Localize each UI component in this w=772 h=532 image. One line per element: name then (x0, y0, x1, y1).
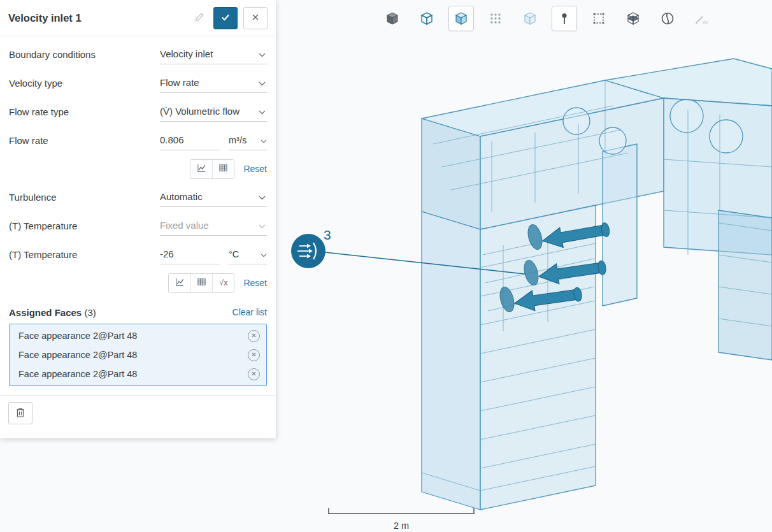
assigned-faces-count: (3) (84, 307, 96, 318)
flow-rate-type-select[interactable]: (V̇) Volumetric flow (160, 103, 267, 122)
assigned-faces-title: Assigned Faces (3) (9, 307, 232, 318)
table-input-button[interactable] (190, 274, 212, 292)
select-value: (V̇) Volumetric flow (160, 106, 239, 117)
annotation-count: 3 (324, 227, 331, 242)
select-value: Flow rate (160, 77, 199, 88)
flow-rate-unit-select[interactable]: m³/s (229, 132, 267, 150)
remove-face-button[interactable]: ✕ (248, 368, 260, 380)
assigned-faces-list: Face appearance 2@Part 48 ✕ Face appeara… (9, 324, 267, 386)
annotation-velocity-inlet[interactable]: 3 (291, 227, 331, 268)
field-row-temperature: (T) Temperature °C (9, 240, 267, 269)
field-row-turbulence: Turbulence Automatic (9, 183, 267, 212)
temperature-input[interactable] (160, 245, 220, 264)
trash-icon (15, 407, 25, 420)
field-label: (T) Temperature (9, 220, 160, 231)
field-row-flow-rate: Flow rate m³/s (9, 126, 267, 155)
chevron-down-icon (259, 191, 266, 202)
table-grid-icon (218, 163, 228, 175)
field-row-boundary-conditions: Boundary conditions Velocity inlet (9, 40, 267, 69)
field-label: Boundary conditions (9, 49, 160, 60)
box-select-icon[interactable] (586, 6, 611, 31)
field-label: Turbulence (9, 192, 160, 203)
pencil-icon (194, 11, 205, 24)
list-item[interactable]: Face appearance 2@Part 48 ✕ (10, 326, 266, 345)
line-chart-icon (197, 163, 206, 175)
chevron-down-icon (259, 220, 266, 231)
select-value: Fixed value (160, 220, 209, 231)
cancel-button[interactable] (243, 7, 268, 29)
svg-text:AI: AI (703, 19, 708, 25)
face-name: Face appearance 2@Part 48 (18, 331, 248, 341)
unit-value: °C (229, 249, 239, 259)
viewport-toolbar: AI (380, 6, 715, 31)
list-item[interactable]: Face appearance 2@Part 48 ✕ (10, 345, 266, 364)
ai-assistant-icon[interactable]: AI (689, 6, 715, 31)
flow-rate-input[interactable] (160, 131, 220, 150)
boundary-condition-panel: Velocity inlet 1 B (0, 0, 276, 438)
chart-input-button[interactable] (190, 160, 212, 178)
shaded-view-cube-icon[interactable] (448, 6, 474, 31)
assigned-faces-label: Assigned Faces (9, 307, 82, 318)
geometry-layers-icon[interactable] (620, 6, 646, 31)
chart-input-button[interactable] (169, 274, 190, 292)
circle-x-icon: ✕ (251, 371, 256, 377)
turbulence-select[interactable]: Automatic (160, 188, 267, 207)
face-name: Face appearance 2@Part 48 (18, 350, 248, 360)
field-label: Flow rate type (9, 106, 160, 117)
solid-view-cube-icon[interactable] (380, 6, 405, 31)
face-name: Face appearance 2@Part 48 (18, 369, 248, 379)
wireframe-view-cube-icon[interactable] (414, 6, 440, 31)
apply-button[interactable] (213, 7, 238, 29)
temperature-actions: √x Reset (9, 269, 267, 297)
temperature-reset-link[interactable]: Reset (243, 278, 267, 288)
close-icon (251, 13, 260, 24)
field-row-temperature-type: (T) Temperature Fixed value (9, 212, 267, 240)
list-item[interactable]: Face appearance 2@Part 48 ✕ (10, 364, 266, 384)
chevron-down-icon (261, 135, 267, 145)
field-row-flow-rate-type: Flow rate type (V̇) Volumetric flow (9, 97, 267, 126)
check-icon (220, 12, 231, 24)
chevron-down-icon (259, 106, 266, 117)
flow-rate-reset-link[interactable]: Reset (243, 164, 267, 174)
line-chart-icon (175, 277, 185, 289)
remove-face-button[interactable]: ✕ (248, 330, 260, 342)
field-label: (T) Temperature (9, 249, 160, 260)
table-grid-icon (197, 277, 206, 289)
delete-button[interactable] (8, 402, 32, 424)
probe-point-icon[interactable] (552, 6, 577, 31)
sqrt-icon: √x (219, 278, 227, 287)
assigned-faces-header: Assigned Faces (3) Clear list (9, 303, 267, 321)
field-label: Velocity type (9, 78, 160, 89)
select-value: Automatic (160, 191, 203, 202)
field-label: Flow rate (9, 135, 160, 146)
flow-rate-actions: Reset (9, 155, 267, 183)
formula-input-button[interactable]: √x (212, 274, 234, 292)
boundary-conditions-select[interactable]: Velocity inlet (160, 45, 267, 64)
chevron-down-icon (259, 48, 266, 59)
chevron-down-icon (261, 249, 267, 259)
table-input-button[interactable] (212, 160, 234, 178)
page-title: Velocity inlet 1 (8, 12, 185, 24)
circle-x-icon: ✕ (251, 352, 256, 358)
unit-value: m³/s (229, 135, 247, 145)
section-plane-icon[interactable] (655, 6, 680, 31)
select-value: Velocity inlet (160, 48, 213, 59)
field-row-velocity-type: Velocity type Flow rate (9, 69, 267, 97)
scale-label: 2 m (394, 521, 409, 531)
temperature-unit-select[interactable]: °C (229, 246, 267, 264)
remove-face-button[interactable]: ✕ (248, 349, 260, 361)
point-cloud-icon[interactable] (483, 6, 508, 31)
chevron-down-icon (259, 77, 266, 88)
circle-x-icon: ✕ (251, 333, 256, 339)
model-wireframe[interactable] (422, 59, 772, 510)
clear-list-link[interactable]: Clear list (232, 307, 267, 317)
rename-button[interactable] (191, 10, 208, 26)
velocity-type-select[interactable]: Flow rate (160, 74, 267, 93)
temperature-type-select[interactable]: Fixed value (160, 217, 267, 236)
transparent-view-cube-icon[interactable] (517, 6, 543, 31)
panel-header: Velocity inlet 1 (0, 0, 276, 36)
panel-footer (0, 395, 276, 424)
scale-bar (328, 508, 475, 514)
